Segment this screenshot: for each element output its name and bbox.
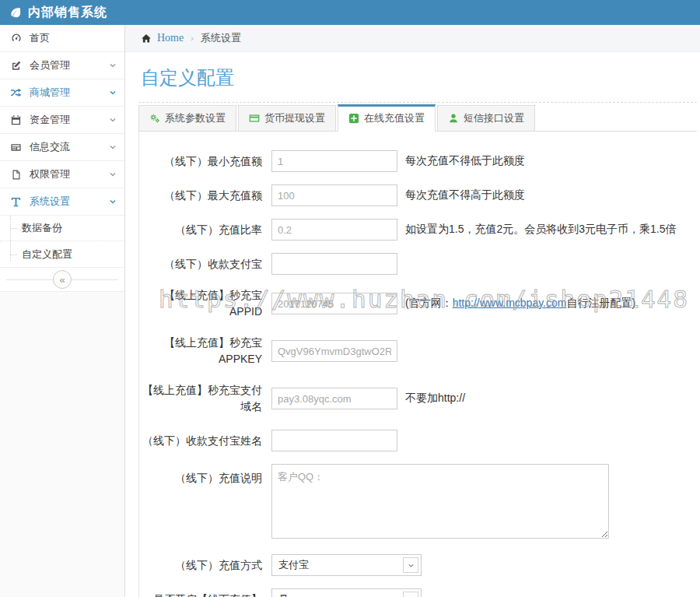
sidebar-item-label: 资金管理 bbox=[30, 113, 109, 127]
recharge-rate-input[interactable] bbox=[271, 219, 397, 241]
chevron-down-icon bbox=[403, 557, 418, 573]
sidebar-item-home[interactable]: 首页 bbox=[0, 25, 124, 52]
leaf-icon bbox=[9, 6, 22, 19]
form-row-alipay-name: （线下）收款支付宝姓名 bbox=[139, 430, 697, 451]
mcbpay-link[interactable]: http://www.mcbpay.com bbox=[453, 297, 567, 309]
chevron-down-icon bbox=[109, 198, 117, 205]
sidebar-item-label: 系统设置 bbox=[30, 195, 109, 209]
sidebar-item-members[interactable]: 会员管理 bbox=[0, 52, 124, 79]
sidebar-collapse-button[interactable]: « bbox=[53, 270, 72, 289]
tab-bar: 系统参数设置 货币提现设置 在线充值设置 短信接口设置 bbox=[138, 104, 697, 132]
sidebar-subitem-custom-config[interactable]: 自定义配置 bbox=[0, 241, 124, 267]
chevron-down-icon bbox=[403, 592, 418, 597]
sidebar-item-messages[interactable]: 信息交流 bbox=[0, 134, 124, 161]
chevron-down-icon bbox=[109, 116, 117, 124]
plus-square-icon bbox=[348, 113, 359, 124]
chevron-down-icon bbox=[109, 143, 117, 151]
recharge-note-textarea[interactable] bbox=[271, 464, 609, 539]
tab-currency-withdraw[interactable]: 货币提现设置 bbox=[238, 105, 336, 132]
alipay-account-input[interactable] bbox=[271, 253, 397, 275]
form-row-recharge-method: （线下）充值方式 支付宝 bbox=[139, 554, 697, 576]
home-icon bbox=[141, 33, 152, 44]
sidebar-item-label: 商城管理 bbox=[30, 86, 109, 100]
appid-input[interactable] bbox=[271, 293, 397, 314]
sidebar-filler bbox=[0, 291, 124, 597]
page-title: 自定义配置 bbox=[125, 52, 700, 102]
main-area: Home › 系统设置 自定义配置 系统参数设置 货币提现设置 bbox=[125, 25, 700, 597]
appkey-input[interactable] bbox=[271, 340, 397, 362]
field-hint: (官方网：http://www.mcbpay.com自行注册配置) bbox=[405, 297, 635, 311]
sidebar-item-permissions[interactable]: 权限管理 bbox=[0, 161, 124, 188]
field-label: 【线上充值】秒充宝支付域名 bbox=[139, 382, 262, 415]
gears-icon bbox=[149, 113, 160, 124]
field-label: （线下）收款支付宝 bbox=[139, 256, 262, 272]
sidebar: 首页 会员管理 商城管理 资金管理 信息交流 bbox=[0, 25, 125, 597]
field-label: （线下）充值方式 bbox=[139, 557, 262, 574]
sidebar-item-mall[interactable]: 商城管理 bbox=[0, 79, 124, 107]
form-row-alipay-account: （线下）收款支付宝 bbox=[139, 253, 697, 275]
field-hint: 如设置为1.5，充值2元。会员将收到3元电子币，乘1.5倍 bbox=[405, 223, 677, 237]
sidebar-item-label: 信息交流 bbox=[30, 140, 109, 154]
chevron-down-icon bbox=[109, 170, 117, 178]
breadcrumb-separator: › bbox=[191, 33, 194, 43]
form-row-recharge-rate: （线下）充值比率 如设置为1.5，充值2元。会员将收到3元电子币，乘1.5倍 bbox=[139, 219, 697, 241]
tab-label: 在线充值设置 bbox=[364, 111, 425, 125]
sidebar-subitem-label: 自定义配置 bbox=[22, 248, 72, 262]
field-label: 【线上充值】秒充宝 APPID bbox=[139, 287, 262, 320]
tab-online-recharge[interactable]: 在线充值设置 bbox=[338, 104, 436, 132]
recharge-method-select[interactable]: 支付宝 bbox=[271, 554, 422, 576]
edit-icon bbox=[9, 59, 23, 72]
field-hint: 每次充值不得高于此额度 bbox=[405, 188, 525, 202]
app-title: 内部销售系统 bbox=[28, 5, 107, 21]
breadcrumb: Home › 系统设置 bbox=[125, 25, 700, 52]
tab-label: 短信接口设置 bbox=[464, 111, 524, 125]
form-row-appid: 【线上充值】秒充宝 APPID (官方网：http://www.mcbpay.c… bbox=[139, 287, 697, 320]
min-recharge-input[interactable] bbox=[271, 150, 397, 172]
form-row-max-recharge: （线下）最大充值额 每次充值不得高于此额度 bbox=[139, 184, 697, 206]
offline-enabled-select[interactable]: 是 bbox=[271, 588, 422, 597]
hint-suffix: 自行注册配置) bbox=[566, 297, 635, 309]
field-label: 【线上充值】秒充宝 APPKEY bbox=[139, 335, 262, 367]
file-icon bbox=[9, 168, 23, 181]
sidebar-submenu: 数据备份 自定义配置 bbox=[0, 216, 124, 268]
form-row-min-recharge: （线下）最小充值额 每次充值不得低于此额度 bbox=[139, 150, 697, 172]
tab-sms-api[interactable]: 短信接口设置 bbox=[437, 105, 535, 132]
user-icon bbox=[448, 113, 459, 124]
field-label: （线下）最小充值额 bbox=[139, 153, 262, 170]
credit-card-icon bbox=[249, 113, 260, 124]
field-label: 是否开启【线下充值】 bbox=[139, 592, 262, 597]
content: 系统参数设置 货币提现设置 在线充值设置 短信接口设置 bbox=[138, 102, 697, 597]
sidebar-subitem-label: 数据备份 bbox=[22, 221, 62, 235]
chevron-down-icon bbox=[109, 61, 117, 69]
max-recharge-input[interactable] bbox=[271, 184, 397, 206]
hint-prefix: (官方网： bbox=[405, 297, 453, 309]
select-value: 是 bbox=[272, 592, 403, 597]
form-row-pay-domain: 【线上充值】秒充宝支付域名 不要加http:// bbox=[139, 382, 697, 415]
select-value: 支付宝 bbox=[272, 558, 403, 572]
form-row-appkey: 【线上充值】秒充宝 APPKEY bbox=[139, 335, 697, 367]
tab-label: 货币提现设置 bbox=[264, 111, 325, 125]
alipay-name-input[interactable] bbox=[271, 430, 397, 451]
pay-domain-input[interactable] bbox=[271, 388, 397, 409]
app-header: 内部销售系统 bbox=[0, 0, 700, 25]
newspaper-icon bbox=[9, 141, 23, 153]
divider bbox=[138, 102, 697, 103]
shuffle-icon bbox=[9, 86, 23, 99]
sidebar-item-funds[interactable]: 资金管理 bbox=[0, 107, 124, 134]
sidebar-subitem-backup[interactable]: 数据备份 bbox=[0, 216, 124, 241]
form-row-offline-enabled: 是否开启【线下充值】 是 bbox=[139, 588, 697, 597]
text-icon bbox=[9, 195, 23, 208]
form-row-recharge-note: （线下）充值说明 bbox=[139, 464, 697, 541]
sidebar-item-settings[interactable]: 系统设置 bbox=[0, 188, 124, 216]
sidebar-item-label: 会员管理 bbox=[30, 58, 109, 72]
field-label: （线下）收款支付宝姓名 bbox=[139, 433, 262, 449]
field-hint: 不要加http:// bbox=[405, 392, 465, 406]
sidebar-item-label: 权限管理 bbox=[30, 167, 109, 181]
field-label: （线下）最大充值额 bbox=[139, 188, 262, 204]
breadcrumb-home-link[interactable]: Home bbox=[157, 32, 184, 44]
calendar-icon bbox=[9, 114, 23, 126]
tab-content-panel: （线下）最小充值额 每次充值不得低于此额度 （线下）最大充值额 每次充值不得高于… bbox=[138, 132, 697, 597]
dashboard-icon bbox=[9, 32, 23, 44]
field-hint: 每次充值不得低于此额度 bbox=[405, 154, 525, 168]
tab-system-params[interactable]: 系统参数设置 bbox=[138, 105, 236, 132]
